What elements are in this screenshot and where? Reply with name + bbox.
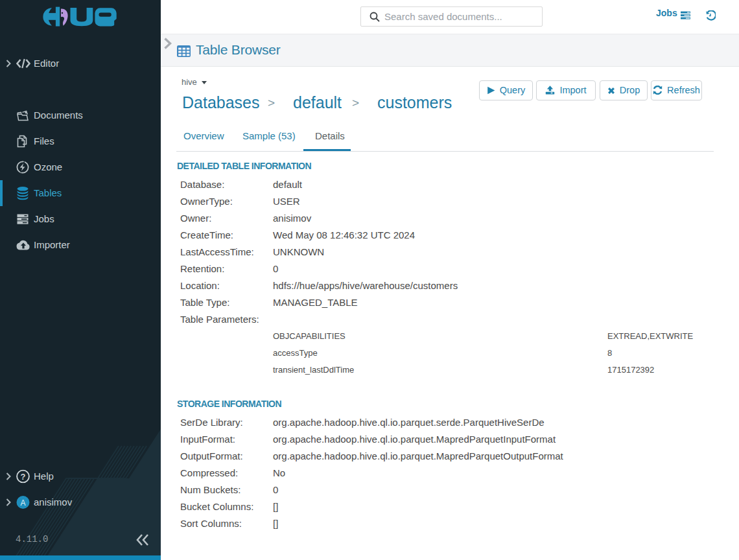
svg-text:A: A: [20, 498, 25, 508]
svg-text:?: ?: [21, 472, 26, 482]
